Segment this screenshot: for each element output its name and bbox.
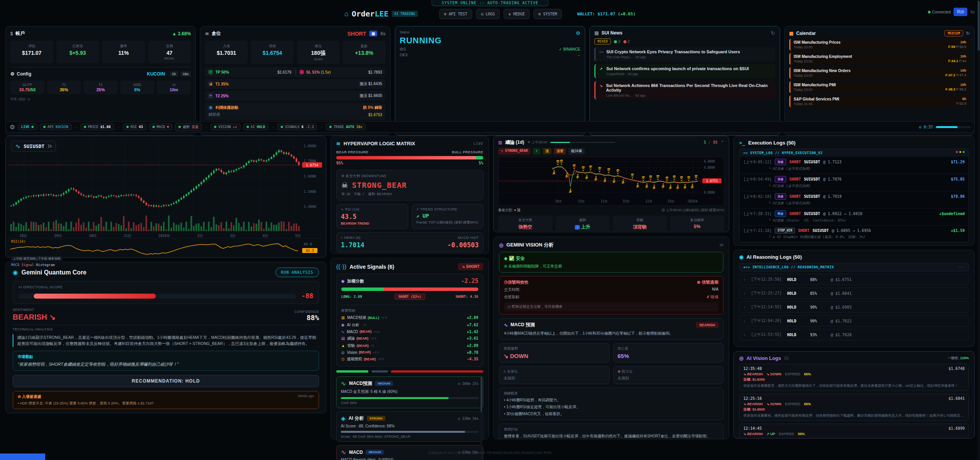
news-positive-count: 3	[614, 39, 620, 44]
execution-log-row[interactable]: [上午8:54:49]加倉SHORTSUIUSDT@ 1.7076$75.05 …	[739, 174, 969, 191]
reasoning-log-row[interactable]: ›[下午12:35:58]HOLD88%@ $1.6751	[739, 274, 969, 285]
news-item[interactable]: ↗Sui Network confirms upcoming launch of…	[594, 64, 775, 78]
macd-chip[interactable]: MACD▼	[149, 123, 172, 130]
chan-ratio: 5 / 95	[704, 140, 718, 145]
news-item[interactable]: —SUI Crypto Network Eyes Privacy Transac…	[594, 47, 775, 61]
calendar-event[interactable]: ISM Manufacturing PMIToday 23:00 10hF:48…	[789, 81, 970, 93]
calendar-panel: ▦Calendar MEDIUM ↻ ISM Manufacturing Pri…	[784, 26, 975, 136]
timeframe-badge[interactable]: 1h	[170, 71, 178, 77]
toolbar-gear-icon[interactable]: ⚙	[10, 123, 15, 131]
page-scrollbar[interactable]	[977, 0, 980, 460]
live-chip[interactable]: LIVE	[18, 123, 37, 130]
execution-log-row[interactable]: [上午7:21:18]STOP_WINSHORTSUIUSDT@ 1.6895 …	[739, 226, 969, 242]
layers-icon: ≋	[205, 31, 209, 36]
chan-chart-wrap: 10月15日11月15日12月15日2026年6.00004.00000.800…	[498, 157, 724, 206]
vision-log-item[interactable]: 12:25:16$1.6841 ↘ BEARISH↘ DOWNEXPIRED65…	[739, 394, 969, 421]
news-icon: ▤	[594, 30, 599, 36]
api-chip[interactable]: APIKUCOIN	[40, 123, 72, 130]
svg-text:▲: ▲	[577, 172, 579, 175]
svg-text:多: 多	[569, 190, 572, 193]
hedge-button[interactable]: ⇅HEDGE	[504, 9, 530, 19]
recommendation-bar[interactable]: RECOMMENDATION: HOLD	[13, 375, 319, 387]
weight-row: ∿MACD(BEAR)×1.5+1.42	[341, 329, 478, 335]
vision-chip[interactable]: VISION↓✗	[211, 123, 240, 130]
svg-text:▲: ▲	[586, 173, 587, 176]
svg-text:▲: ▲	[684, 183, 686, 186]
shield-icon: ◈	[504, 256, 509, 261]
chan-chart[interactable]: 10月15日11月15日12月15日2026年6.00004.00000.800…	[499, 157, 724, 204]
api-test-button[interactable]: ⚙API TEST	[439, 9, 472, 19]
svg-text:▼: ▼	[557, 163, 558, 166]
position-sync-button[interactable]: ▣	[369, 31, 377, 36]
skull-icon: ☠	[341, 181, 348, 190]
sentiment-value: BEARISH ↘	[13, 312, 56, 322]
ai-chip[interactable]: AIHOLD	[243, 123, 269, 130]
calendar-refresh-icon[interactable]: ↻	[966, 31, 970, 36]
vision-log-item[interactable]: 12:14:45$1.6899 ↘ BEARISH↗ UPEXPIRED55%	[739, 424, 969, 439]
more-dots-icon[interactable]: ···	[958, 265, 965, 269]
equity-stat: 淨值$171.07	[10, 41, 53, 63]
symbol-chip[interactable]: ∿ SUIUSDT 1h	[11, 141, 56, 152]
ai-score-bar	[18, 294, 296, 299]
calendar-event[interactable]: ISM Manufacturing New OrdersToday 23:00 …	[789, 67, 970, 79]
taskbar-fragment[interactable]	[0, 453, 45, 460]
reasoning-log-row[interactable]: ›[下午12:14:55]HOLD90%@ $1.6903	[739, 301, 969, 313]
terminal-icon: >_	[739, 140, 745, 146]
calendar-event[interactable]: ISM Manufacturing EmploymentToday 23:00 …	[789, 53, 970, 65]
rsi-chip[interactable]: RSI43	[123, 123, 146, 130]
signals-scrollbar[interactable]	[481, 376, 482, 460]
chip-icon: ⚙	[538, 12, 541, 16]
execution-log-row[interactable]: [上午7:38:31]開倉SHORTSUIUSDT@ 1.6922 → 1.69…	[739, 209, 969, 226]
cycle-progress[interactable]	[936, 126, 970, 128]
signal-card[interactable]: ∿MACD預測MEDIUM◷ 180m 25s MACD 金叉預測: 5 根 K…	[336, 376, 483, 408]
reasoning-log-row[interactable]: ›[下午12:04:26]HOLD90%@ $1.7022	[739, 315, 969, 327]
leverage-badge[interactable]: 18x	[180, 71, 191, 77]
connection-status: Connected	[928, 10, 951, 14]
trade-chip[interactable]: TRADEAUTO10x	[326, 123, 366, 130]
svg-text:▲: ▲	[553, 169, 555, 171]
svg-text:▲: ▲	[677, 183, 679, 186]
confidence-value: 88%	[294, 314, 319, 322]
news-refresh-icon[interactable]: ↻	[771, 30, 775, 36]
logs-button[interactable]: ◷LOGS	[476, 9, 500, 19]
signal-ratio-bars	[336, 370, 483, 373]
trades-stat: 交易475W/42L	[148, 41, 191, 63]
sync-button[interactable]: 同步	[954, 8, 967, 16]
svg-text:1.6000: 1.6000	[304, 174, 316, 178]
news-item[interactable]: ↘Sui Network Achieves 866 Transactions P…	[594, 81, 775, 100]
svg-text:1.8000: 1.8000	[304, 144, 316, 148]
reasoning-log-row[interactable]: ›[下午12:25:27]HOLD85%@ $1.6841	[739, 288, 969, 299]
position-sync-timer: 6s	[380, 31, 385, 36]
svg-text:15日: 15日	[623, 200, 630, 203]
svg-text:▼: ▼	[688, 179, 689, 182]
status-gear-icon[interactable]: ⚙	[576, 30, 581, 36]
status-toolbar: ⚙ LIVE APIKUCOIN→ PRICE$1.68→ RSI43 MACD…	[5, 121, 975, 133]
system-status-badge: SYSTEM ONLINE :: AUTO-TRADING ACTIVE	[431, 0, 549, 6]
reasoning-log-row[interactable]: ›[上午11:53:55]HOLD93%@ $1.7028	[739, 329, 969, 340]
consistency-stat: 一致性: 125%	[947, 356, 969, 361]
candlestick-chart[interactable]: 1.80001.70001.60001.50001.40001.6754	[8, 138, 324, 232]
svg-text:▼: ▼	[681, 179, 682, 182]
last-fractal: 最後分型: ● 頂	[498, 208, 520, 213]
chart-timeframe: 1h	[47, 144, 52, 148]
chevron-right-icon: ›	[743, 291, 746, 296]
trend-chip[interactable]: 趨勢震盪	[175, 123, 202, 131]
run-analysis-button[interactable]: RUN ANALYSIS	[275, 268, 319, 277]
svg-text:▼: ▼	[695, 178, 697, 181]
execution-log-row[interactable]: [上午9:05:22]加倉SHORTSUIUSDT@ 1.7123$71.29 …	[739, 157, 969, 174]
execution-log-row[interactable]: [上午8:02:10]加倉SHORTSUIUSDT@ 1.7019$78.86 …	[739, 191, 969, 209]
collapse-chevron-icon[interactable]: ⌃	[721, 140, 724, 145]
calendar-event[interactable]: S&P Global Services PMIToday 21:45 8h P:…	[789, 95, 970, 107]
signal-card[interactable]: ◈AI 分析STRONG◷ 230m 56s AI Score: -88, Co…	[336, 411, 483, 442]
profit-protect-row: ◈ 利潤保護啟動跌 5% 觸發 觸發價$1.6753	[205, 103, 385, 120]
price-chip[interactable]: PRICE$1.68	[80, 123, 114, 130]
system-button[interactable]: ⚙SYSTEM	[533, 9, 562, 19]
chart-symbol: SUIUSDT	[23, 143, 44, 149]
safety-box: ◈ ✅ 安全 ⊘ 未檢測到明顯陷阱，可正常交易	[499, 252, 723, 273]
svg-text:12月: 12月	[646, 200, 653, 203]
calendar-event[interactable]: ISM Manufacturing PricesToday 23:00 10hF…	[789, 39, 970, 51]
signals-chip[interactable]: SIGNALS6-2.3	[277, 123, 317, 130]
realized-stat: 已實現$+5.93	[56, 41, 99, 63]
vision-log-item[interactable]: 12:35:48$1.6748 ↘ BEARISH↘ DOWNEXPIRED65…	[739, 364, 969, 391]
svg-text:多: 多	[553, 171, 556, 175]
